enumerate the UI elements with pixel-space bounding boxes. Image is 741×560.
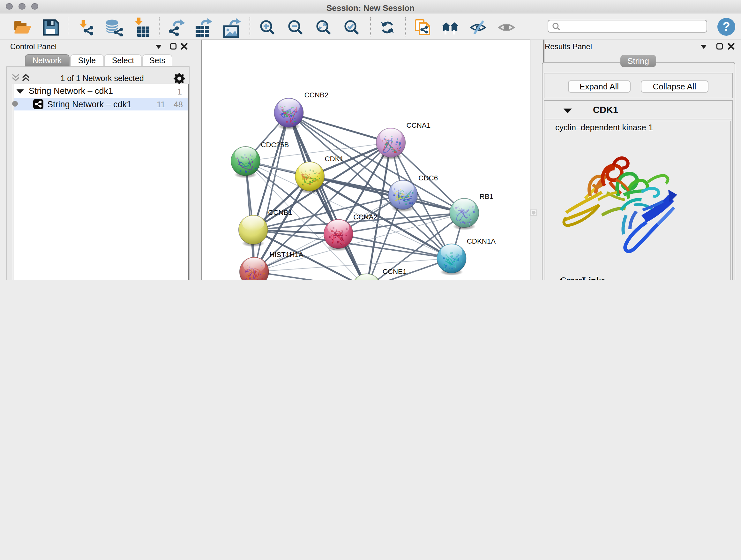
svg-text:CDKN1A: CDKN1A: [467, 237, 495, 245]
svg-text:CCNA1: CCNA1: [406, 121, 430, 129]
svg-text:CDC25B: CDC25B: [260, 141, 288, 149]
svg-text:CCNA2: CCNA2: [353, 213, 377, 221]
svg-text:CCNE1: CCNE1: [382, 267, 407, 275]
svg-text:CDC6: CDC6: [418, 174, 437, 182]
svg-text:CCNB1: CCNB1: [268, 208, 292, 216]
svg-text:CDK1: CDK1: [325, 155, 343, 163]
svg-text:RB1: RB1: [479, 192, 493, 200]
svg-text:HIST1H1A: HIST1H1A: [269, 251, 303, 259]
svg-text:CCNB2: CCNB2: [304, 91, 328, 99]
